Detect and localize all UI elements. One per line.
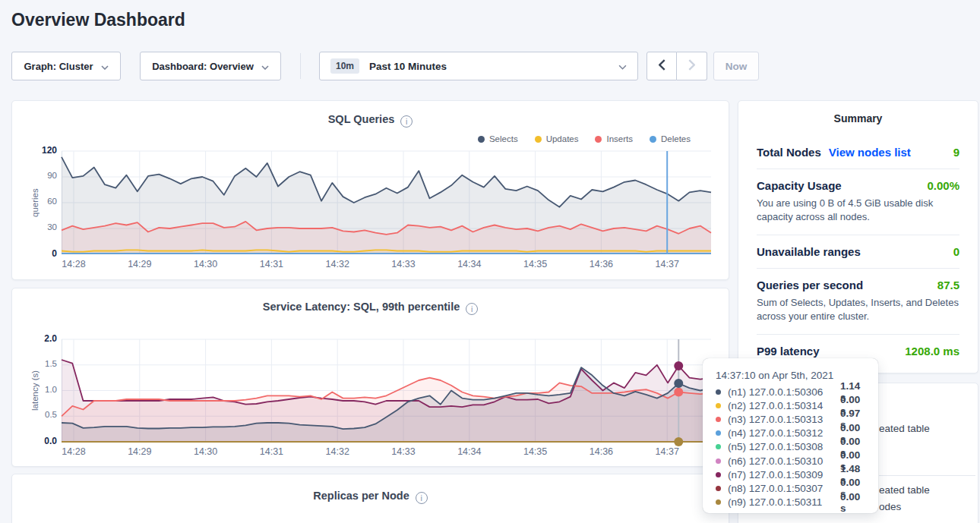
y-tick-label: 1.0: [19, 385, 57, 394]
summary-stat-row: Capacity Usage0.00%: [757, 179, 959, 192]
node-color-dot: [716, 403, 721, 408]
chevron-down-icon: [101, 61, 109, 72]
x-tick-label: 14:37: [649, 446, 685, 457]
hover-dot: [674, 361, 683, 370]
x-tick-label: 14:36: [583, 446, 619, 457]
stat-label: Unavailable ranges: [757, 245, 861, 258]
x-tick-label: 14:29: [122, 259, 158, 269]
legend-label: Deletes: [661, 134, 691, 143]
event-divider: [879, 475, 975, 476]
node-address: (n8) 127.0.0.1:50307: [728, 483, 840, 494]
sql-queries-plot[interactable]: [62, 151, 711, 254]
x-tick-label: 14:34: [451, 259, 488, 269]
x-tick-label: 14:35: [517, 446, 554, 457]
node-color-dot: [716, 417, 721, 422]
chevron-left-icon: [659, 59, 665, 74]
node-color-dot: [716, 486, 721, 491]
x-tick-label: 14:30: [188, 446, 224, 457]
page-title: Overview Dashboard: [11, 10, 185, 30]
summary-stat: Total NodesView nodes list9: [757, 136, 959, 169]
chevron-down-icon: [261, 61, 269, 72]
x-tick-label: 14:30: [188, 259, 224, 269]
node-address: (n9) 127.0.0.1:50311: [728, 496, 840, 508]
y-tick-label: 1.5: [19, 359, 57, 368]
y-tick-label: 0: [19, 248, 57, 259]
y-tick-label: 60: [19, 197, 57, 206]
stat-value: 1208.0 ms: [905, 345, 959, 358]
x-tick-label: 14:36: [583, 259, 619, 269]
x-tick-label: 14:28: [55, 259, 92, 269]
x-tick-label: 14:31: [253, 446, 289, 457]
node-address: (n7) 127.0.0.1:50309: [728, 469, 840, 480]
node-color-dot: [716, 499, 721, 505]
legend-dot: [535, 136, 542, 143]
sql-queries-panel: SQL Queriesi SelectsUpdatesInsertsDelete…: [11, 100, 729, 280]
node-color-dot: [716, 458, 721, 464]
node-color-dot: [716, 389, 721, 395]
x-tick-label: 14:34: [451, 446, 488, 457]
toolbar-divider: [300, 53, 301, 79]
x-tick-label: 14:32: [319, 259, 356, 269]
legend-dot: [650, 136, 656, 143]
node-address: (n1) 127.0.0.1:50306: [728, 386, 840, 398]
chart-title-text: Service Latency: SQL, 99th percentile: [263, 301, 460, 313]
hover-dot: [674, 379, 683, 388]
service-latency-panel: Service Latency: SQL, 99th percentilei l…: [11, 288, 729, 467]
tooltip-rows: (n1) 127.0.0.1:503061.14 s(n2) 127.0.0.1…: [716, 385, 868, 509]
dashboard-dropdown[interactable]: Dashboard: Overview: [140, 52, 281, 80]
summary-stats: Total NodesView nodes list9Capacity Usag…: [757, 136, 959, 367]
x-tick-label: 14:37: [649, 259, 685, 269]
stat-value: 0: [953, 245, 959, 258]
hover-dot: [674, 437, 683, 446]
chart-tooltip: 14:37:10 on Apr 5th, 2021 (n1) 127.0.0.1…: [703, 358, 878, 513]
event-item-fragment: eated table: [879, 484, 930, 496]
stat-label: Total Nodes: [757, 146, 821, 159]
sql-queries-title: SQL Queriesi: [12, 113, 729, 128]
chart-title-text: Replicas per Node: [313, 490, 409, 502]
hover-dot: [674, 388, 683, 397]
time-range-picker[interactable]: 10m Past 10 Minutes: [319, 52, 638, 80]
x-tick-label: 14:33: [385, 446, 422, 457]
dashboard-dropdown-label: Dashboard: Overview: [152, 61, 254, 72]
latency-plot[interactable]: [62, 339, 711, 442]
time-range-label: Past 10 Minutes: [369, 61, 447, 72]
time-range-badge: 10m: [330, 58, 359, 74]
next-time-button[interactable]: [677, 52, 707, 80]
summary-stat-row: P99 latency1208.0 ms: [757, 345, 959, 358]
summary-panel: Summary Total NodesView nodes list9Capac…: [738, 100, 978, 373]
graph-dropdown-label: Graph: Cluster: [24, 61, 93, 72]
stat-value: 0.00%: [927, 179, 959, 192]
info-icon[interactable]: i: [400, 115, 413, 128]
node-address: (n2) 127.0.0.1:50314: [728, 400, 840, 411]
y-tick-label: 0.0: [19, 436, 57, 446]
node-address: (n5) 127.0.0.1:50308: [728, 441, 840, 452]
summary-stat: Queries per second87.5Sum of Selects, Up…: [757, 269, 959, 335]
legend-label: Selects: [489, 134, 518, 143]
event-item-fragment: odes: [879, 501, 901, 512]
summary-stat-row: Queries per second87.5: [757, 279, 959, 291]
node-address: (n4) 127.0.0.1:50312: [728, 427, 840, 439]
stat-value: 87.5: [937, 279, 959, 291]
info-icon[interactable]: i: [416, 492, 428, 504]
y-tick-label: 90: [19, 171, 57, 180]
y-tick-label: 2.0: [19, 333, 57, 344]
node-latency-value: 0.00 s: [840, 491, 868, 514]
node-color-dot: [716, 444, 721, 449]
view-nodes-list-link[interactable]: View nodes list: [829, 146, 911, 159]
legend-item-selects: Selects: [478, 134, 518, 143]
tooltip-timestamp: 14:37:10 on Apr 5th, 2021: [716, 370, 868, 381]
chart-title-text: SQL Queries: [328, 113, 395, 125]
service-latency-title: Service Latency: SQL, 99th percentilei: [12, 301, 729, 315]
y-tick-label: 30: [19, 222, 57, 232]
stat-label: Capacity Usage: [757, 179, 842, 192]
now-button[interactable]: Now: [713, 52, 759, 80]
chevron-down-icon: [618, 59, 627, 73]
summary-stat: Capacity Usage0.00%You are using 0 B of …: [757, 169, 959, 235]
time-nav-group: [646, 52, 707, 80]
tooltip-row: (n9) 127.0.0.1:503110.00 s: [716, 496, 868, 509]
info-icon[interactable]: i: [466, 303, 478, 315]
node-address: (n3) 127.0.0.1:50313: [728, 414, 840, 425]
graph-dropdown[interactable]: Graph: Cluster: [11, 52, 121, 80]
prev-time-button[interactable]: [646, 52, 677, 80]
legend-item-updates: Updates: [535, 134, 579, 143]
